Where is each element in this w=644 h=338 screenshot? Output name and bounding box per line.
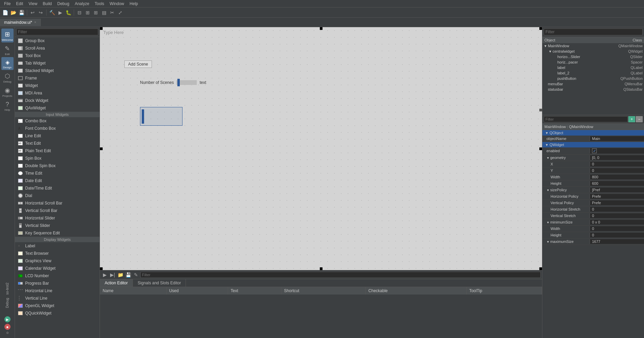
- menu-edit[interactable]: Edit: [13, 1, 26, 7]
- widget-item-vertical-slider[interactable]: Vertical Slider: [15, 222, 100, 229]
- widget-filter-input[interactable]: [16, 29, 98, 35]
- prop-remove-btn[interactable]: −: [636, 116, 643, 122]
- widget-item-label[interactable]: ALabel: [15, 242, 100, 250]
- widget-item-spin-box[interactable]: ↕Spin Box: [15, 155, 100, 162]
- widget-item-text-browser[interactable]: Text Browser: [15, 250, 100, 257]
- widget-item-lcd-number[interactable]: 8LCD Number: [15, 272, 100, 280]
- expand-arrow[interactable]: ▼: [546, 156, 550, 160]
- action-save[interactable]: 💾: [125, 271, 132, 278]
- stop-btn[interactable]: ■: [4, 324, 11, 330]
- widget-item-dock-widget[interactable]: Dock Widget: [15, 97, 100, 104]
- widget-item-vertical-scroll-bar[interactable]: Vertical Scroll Bar: [15, 207, 100, 214]
- widget-item-horizontal-scroll-bar[interactable]: Horizontal Scroll Bar: [15, 199, 100, 207]
- widget-item-combo-box[interactable]: ▾Combo Box: [15, 117, 100, 125]
- prop-add-btn[interactable]: +: [628, 116, 635, 122]
- toolbar-layout-form[interactable]: ▤: [100, 9, 108, 16]
- sidebar-projects[interactable]: ◉ Projects: [1, 85, 14, 99]
- widget-item-tool-box[interactable]: Tool Box: [15, 52, 100, 59]
- bottom-debug-label[interactable]: ⚙: [6, 331, 9, 335]
- toolbar-redo[interactable]: ↪: [37, 9, 45, 16]
- toolbar-open[interactable]: 📂: [10, 9, 17, 16]
- action-new[interactable]: ▶: [101, 271, 108, 278]
- tree-row-pushbutton[interactable]: pushButtonQPushButton: [542, 76, 644, 81]
- scenes-slider[interactable]: [176, 80, 197, 85]
- expand-arrow[interactable]: ▼: [546, 221, 550, 224]
- expand-arrow[interactable]: ▼: [546, 189, 550, 192]
- toolbar-undo[interactable]: ↩: [29, 9, 36, 16]
- toolbar-build[interactable]: 🔨: [48, 9, 56, 16]
- menu-build[interactable]: Build: [40, 1, 55, 7]
- widget-item-calendar-widget[interactable]: Calendar Widget: [15, 265, 100, 272]
- widget-item-progress-bar[interactable]: Progress Bar: [15, 280, 100, 287]
- menu-file[interactable]: File: [1, 1, 13, 7]
- tab-close[interactable]: ×: [34, 20, 36, 24]
- project-label-sotest2[interactable]: so-test2: [5, 281, 10, 296]
- toolbar-run[interactable]: ▶: [56, 9, 64, 16]
- widget-item-widget[interactable]: Widget: [15, 82, 100, 89]
- widget-item-tab-widget[interactable]: Tab Widget: [15, 59, 100, 67]
- widget-item-text-edit[interactable]: abText Edit: [15, 140, 100, 147]
- widget-item-horizontal-line[interactable]: Horizontal Line: [15, 287, 100, 295]
- toolbar-adjust-size[interactable]: ⤢: [117, 9, 124, 16]
- sidebar-edit[interactable]: ✎ Edit: [1, 43, 14, 57]
- widget-item-plain-text-edit[interactable]: abPlain Text Edit: [15, 147, 100, 155]
- sidebar-welcome[interactable]: ⊞ Welcome: [1, 29, 14, 42]
- toolbar-layout-grid[interactable]: ⊞: [92, 9, 100, 16]
- widget-item-double-spin-box[interactable]: ↕Double Spin Box: [15, 162, 100, 170]
- tab-action-editor[interactable]: Action Editor: [100, 279, 133, 287]
- tree-row-label_2[interactable]: label_2QLabel: [542, 70, 644, 76]
- sidebar-help[interactable]: ? Help: [1, 99, 14, 112]
- prop-filter-input[interactable]: [544, 116, 628, 122]
- object-filter-input[interactable]: [544, 29, 643, 35]
- tree-arrow[interactable]: ▼: [544, 44, 547, 48]
- checkbox[interactable]: ✓: [592, 148, 597, 153]
- menu-window[interactable]: Window: [107, 1, 127, 7]
- widget-item-font-combo-box[interactable]: AFont Combo Box: [15, 125, 100, 132]
- widget-item-mdi-area[interactable]: MDI Area: [15, 89, 100, 97]
- widget-item-date-edit[interactable]: Date Edit: [15, 177, 100, 184]
- run-btn[interactable]: ▶: [4, 316, 11, 322]
- menu-debug[interactable]: Debug: [55, 1, 72, 7]
- action-filter-input[interactable]: [140, 272, 541, 278]
- action-edit[interactable]: ✎: [133, 271, 139, 278]
- tree-row-statusbar[interactable]: statusbarQStatusBar: [542, 87, 644, 92]
- tree-row-mainwindow[interactable]: ▼MainWindowQMainWindow: [542, 43, 644, 49]
- tree-row-horizoslider[interactable]: horizo...SliderQSlider: [542, 54, 644, 59]
- toolbar-layout-v[interactable]: ⊞: [84, 9, 91, 16]
- widget-item-time-edit[interactable]: Time Edit: [15, 170, 100, 177]
- tree-row-label[interactable]: labelQLabel: [542, 65, 644, 70]
- section-collapse[interactable]: ▼: [545, 143, 549, 147]
- sidebar-design[interactable]: ◈ Design: [1, 57, 14, 70]
- toolbar-layout-h[interactable]: ⊟: [76, 9, 83, 16]
- sidebar-debug-top[interactable]: ⬡ Debug: [1, 70, 14, 84]
- widget-item-group-box[interactable]: Group Box: [15, 37, 100, 45]
- tree-row-horizpacer[interactable]: horiz...pacerSpacer: [542, 59, 644, 65]
- section-collapse[interactable]: ▼: [545, 131, 549, 135]
- widget-item-line-edit[interactable]: Line Edit: [15, 132, 100, 140]
- menu-tools[interactable]: Tools: [92, 1, 107, 7]
- tab-signals-slots[interactable]: Signals and Slots Editor: [133, 279, 186, 287]
- widget-item-graphics-view[interactable]: Graphics View: [15, 257, 100, 265]
- widget-item-horizontal-slider[interactable]: Horizontal Slider: [15, 214, 100, 222]
- widget-item-scroll-area[interactable]: Scroll Area: [15, 45, 100, 52]
- toolbar-debug-run[interactable]: 🐛: [65, 9, 72, 16]
- prop-value[interactable]: ✓: [590, 148, 644, 154]
- widget-item-qquickwidget[interactable]: QQuickWidget: [15, 309, 100, 317]
- toolbar-save[interactable]: 💾: [18, 9, 25, 16]
- widget-item-key-sequence-edit[interactable]: kbdKey Sequence Edit: [15, 229, 100, 237]
- prop-row-enabled[interactable]: enabled ✓: [542, 147, 644, 155]
- widget-item-qaxwidget[interactable]: QAxWidget: [15, 104, 100, 112]
- action-open[interactable]: ▶|: [109, 271, 116, 278]
- widget-item-dial[interactable]: Dial: [15, 192, 100, 199]
- action-folder[interactable]: 📁: [117, 271, 124, 278]
- expand-arrow[interactable]: ▼: [546, 240, 550, 244]
- canvas-container[interactable]: Type Here Add Scene Number of Scenes: [100, 27, 542, 270]
- widget-item-opengl-widget[interactable]: OpenGL Widget: [15, 302, 100, 309]
- toolbar-new[interactable]: 📄: [1, 9, 9, 16]
- widget-item-datetime-edit[interactable]: Date/Time Edit: [15, 184, 100, 192]
- tree-arrow[interactable]: ▼: [549, 50, 552, 53]
- splitter-handle[interactable]: [539, 109, 542, 111]
- project-label-debug[interactable]: Debug: [5, 297, 10, 309]
- slider-thumb[interactable]: [177, 79, 180, 86]
- toolbar-break-layout[interactable]: ✂: [108, 9, 116, 16]
